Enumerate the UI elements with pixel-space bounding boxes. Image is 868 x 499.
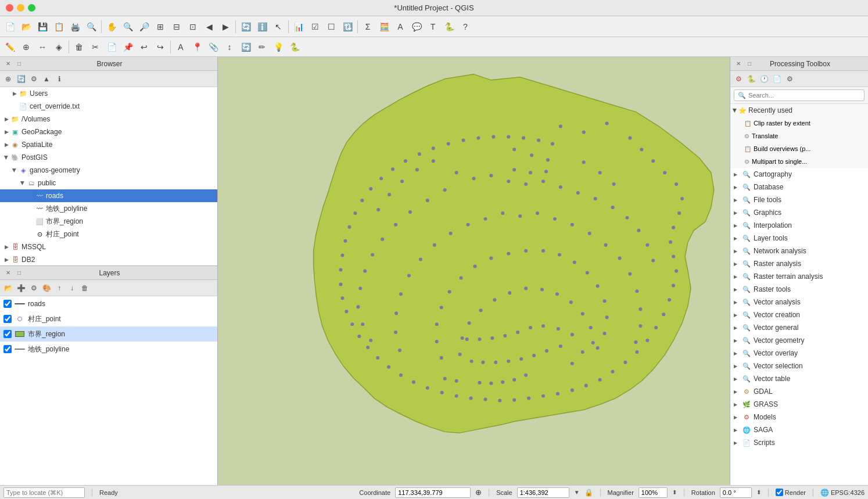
label-rotate-icon[interactable]: 🔄	[238, 40, 253, 55]
select-all-icon[interactable]: ☑	[307, 19, 322, 34]
browser-info-icon[interactable]: ℹ	[53, 73, 65, 85]
print-layout-icon[interactable]: 🖨️	[67, 19, 83, 34]
toolbox-section-gdal[interactable]: ▶ ⚙ GDAL	[730, 385, 868, 398]
open-project-icon[interactable]: 📂	[19, 19, 34, 34]
toolbox-section-networkanalysis[interactable]: ▶ 🔍 Network analysis	[730, 245, 868, 257]
edit-icon[interactable]: ✏️	[2, 40, 17, 55]
tree-item-roads[interactable]: ▶ 〰 roads	[0, 189, 217, 202]
maximize-button[interactable]	[28, 4, 35, 12]
rotation-stepper-icon[interactable]: ⬍	[756, 489, 761, 496]
browser-close-icon[interactable]: ✕	[3, 59, 13, 69]
crs-badge[interactable]: 🌐 EPSG:4326	[820, 489, 865, 497]
attribute-table-icon[interactable]: 📊	[291, 19, 306, 34]
recent-item-clip[interactable]: 📋 Clip raster by extent	[742, 117, 868, 130]
paste-features-icon[interactable]: 📌	[120, 40, 135, 55]
layer-item-boundary[interactable]: 市界_region	[0, 326, 217, 342]
lock-icon[interactable]: 🔒	[584, 489, 593, 497]
recent-item-multipart[interactable]: ⚙ Multipart to single...	[742, 155, 868, 168]
toolbox-section-scripts[interactable]: ▶ 📄 Scripts	[730, 436, 868, 449]
python2-icon[interactable]: 🐍	[287, 40, 302, 55]
toolbox-section-vectorgeometry[interactable]: ▶ 🔍 Vector geometry	[730, 334, 868, 347]
tree-item-users[interactable]: ▶ 📁 Users	[0, 87, 217, 100]
zoom-next-icon[interactable]: ▶	[218, 19, 233, 34]
toolbox-close-icon[interactable]: ✕	[734, 59, 743, 69]
label-tool-icon[interactable]: A	[173, 40, 188, 55]
browser-collapse-icon[interactable]: ▲	[41, 73, 52, 85]
zoom-selection-icon[interactable]: ⊡	[185, 19, 200, 34]
layers-style-icon[interactable]: 🎨	[41, 282, 52, 294]
pan-icon[interactable]: ✋	[104, 19, 119, 34]
map-tip-icon[interactable]: 💡	[271, 40, 286, 55]
layer-check-boundary[interactable]	[3, 330, 12, 338]
toolbox-section-saga[interactable]: ▶ 🌐 SAGA	[730, 423, 868, 436]
move-feature-icon[interactable]: ↔	[35, 40, 50, 55]
tree-item-village[interactable]: ▶ ⊙ 村庄_point	[0, 228, 217, 240]
label-move-icon[interactable]: ↕	[222, 40, 237, 55]
toolbox-section-filetools[interactable]: ▶ 🔍 File tools	[730, 193, 868, 206]
map-area[interactable]	[218, 57, 730, 485]
print-preview-icon[interactable]: 🔍	[84, 19, 99, 34]
tree-item-cert[interactable]: ▶ 📄 cert_override.txt	[0, 100, 217, 113]
layer-check-roads[interactable]	[3, 300, 12, 308]
layers-move-up-icon[interactable]: ↑	[53, 282, 65, 294]
toolbox-section-vectoroverlay[interactable]: ▶ 🔍 Vector overlay	[730, 347, 868, 360]
undo-icon[interactable]: ↩	[137, 40, 152, 55]
tree-item-mssql[interactable]: ▶ 🗄 MSSQL	[0, 240, 217, 253]
add-feature-icon[interactable]: ⊕	[19, 40, 34, 55]
invert-selection-icon[interactable]: 🔃	[340, 19, 355, 34]
close-button[interactable]	[6, 4, 13, 12]
zoom-in-icon[interactable]: 🔍	[120, 19, 135, 34]
tree-item-ganos[interactable]: ▶ ◈ ganos-geometry	[0, 164, 217, 177]
label-unpin-icon[interactable]: 📎	[206, 40, 221, 55]
toolbox-section-cartography[interactable]: ▶ 🔍 Cartography	[730, 168, 868, 181]
label-icon[interactable]: A	[393, 19, 408, 34]
toolbox-section-grass[interactable]: ▶ 🌿 GRASS	[730, 398, 868, 411]
tree-item-volumes[interactable]: ▶ 📁 /Volumes	[0, 113, 217, 125]
locate-box[interactable]	[3, 487, 85, 498]
locate-input[interactable]	[3, 487, 85, 498]
browser-add-icon[interactable]: ⊕	[2, 73, 14, 85]
layers-move-down-icon[interactable]: ↓	[66, 282, 78, 294]
label-change-icon[interactable]: ✏	[254, 40, 270, 55]
zoom-layer-icon[interactable]: ⊟	[169, 19, 184, 34]
tree-item-db2[interactable]: ▶ 🗄 DB2	[0, 253, 217, 265]
layers-add-icon[interactable]: ➕	[15, 282, 27, 294]
layers-open-icon[interactable]: 📂	[2, 282, 14, 294]
rotation-input[interactable]	[720, 487, 752, 498]
toolbox-section-layertools[interactable]: ▶ 🔍 Layer tools	[730, 232, 868, 245]
layer-check-metro[interactable]	[3, 345, 12, 353]
tree-item-metro[interactable]: ▶ 〰 地铁_polyline	[0, 202, 217, 215]
layer-item-metro[interactable]: 地铁_polyline	[0, 342, 217, 357]
deselect-icon[interactable]: ☐	[324, 19, 339, 34]
recent-item-build[interactable]: 📋 Build overviews (p...	[742, 142, 868, 155]
toolbox-section-interpolation[interactable]: ▶ 🔍 Interpolation	[730, 219, 868, 232]
toolbox-section-vectorgeneral[interactable]: ▶ 🔍 Vector general	[730, 321, 868, 334]
layers-filter-icon[interactable]: ⚙	[28, 282, 40, 294]
toolbox-section-vectorselection[interactable]: ▶ 🔍 Vector selection	[730, 360, 868, 372]
layer-check-village[interactable]	[3, 315, 12, 323]
toolbox-section-models[interactable]: ▶ ⚙ Models	[730, 411, 868, 423]
toolbox-section-graphics[interactable]: ▶ 🔍 Graphics	[730, 206, 868, 219]
toolbox-section-vectorcreation[interactable]: ▶ 🔍 Vector creation	[730, 308, 868, 321]
python-icon[interactable]: 🐍	[442, 19, 457, 34]
layer-item-roads[interactable]: roads	[0, 296, 217, 311]
toolbox-section-rasteranalysis[interactable]: ▶ 🔍 Raster analysis	[730, 257, 868, 270]
annotation-icon[interactable]: 💬	[409, 19, 424, 34]
label-pin-icon[interactable]: 📍	[189, 40, 205, 55]
layers-close-icon[interactable]: ✕	[3, 268, 13, 278]
browser-filter-icon[interactable]: ⚙	[28, 73, 40, 85]
save-project-icon[interactable]: 💾	[35, 19, 50, 34]
render-checkbox[interactable]	[776, 489, 783, 496]
delete-selected-icon[interactable]: 🗑	[71, 40, 87, 55]
layers-float-icon[interactable]: □	[15, 268, 24, 278]
scale-input[interactable]	[517, 487, 569, 498]
toolbox-section-rasterterrain[interactable]: ▶ 🔍 Raster terrain analysis	[730, 270, 868, 283]
tree-item-boundary[interactable]: ▶ ⬜ 市界_region	[0, 215, 217, 228]
tree-item-spatialite[interactable]: ▶ ◉ SpatiaLite	[0, 138, 217, 151]
select-icon[interactable]: ↖	[271, 19, 286, 34]
new-project-icon[interactable]: 📄	[2, 19, 17, 34]
save-as-icon[interactable]: 📋	[51, 19, 66, 34]
cut-features-icon[interactable]: ✂	[88, 40, 103, 55]
browser-refresh-icon[interactable]: 🔄	[15, 73, 27, 85]
toolbox-section-database[interactable]: ▶ 🔍 Database	[730, 181, 868, 193]
